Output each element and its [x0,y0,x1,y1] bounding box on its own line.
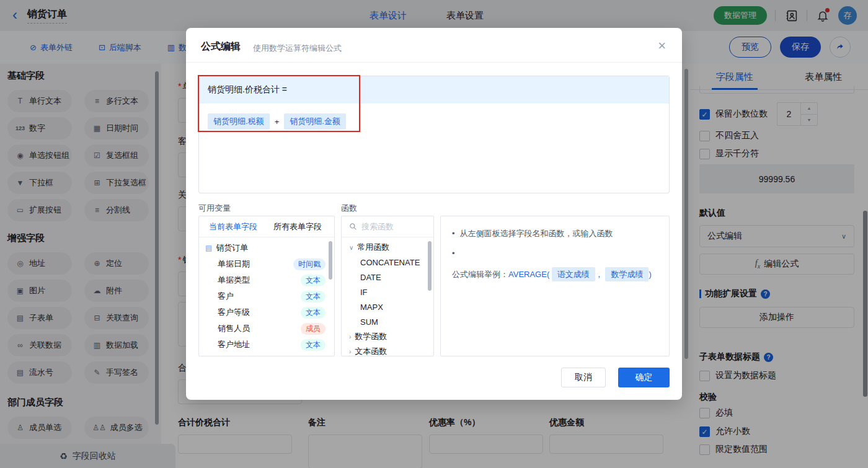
variables-scrollbar[interactable] [329,241,332,280]
modal-title: 公式编辑 [201,40,241,53]
chevron-down-icon: ∨ [349,244,353,251]
variables-label: 可用变量 [198,203,231,214]
function-item[interactable]: IF [342,285,433,299]
modal-divider [186,62,682,63]
formula-field-token[interactable]: 销货明细.税额 [208,113,270,130]
formula-expression: 销货明细.税额 + 销货明细.金额 [208,113,346,130]
tab-current-form-fields[interactable]: 当前表单字段 [209,221,257,232]
formula-editor[interactable]: 销货明细.价税合计 = 销货明细.税额 + 销货明细.金额 [198,76,670,193]
variable-row[interactable]: 单据日期时间戳 [199,256,334,272]
variable-row[interactable]: 客户地址文本 [199,337,334,353]
help-bullet-1: • 从左侧面板选择字段名和函数，或输入函数 [452,226,658,242]
function-item[interactable]: DATE [342,270,433,285]
type-badge: 文本 [301,307,326,319]
modal-footer: 取消 确定 [561,368,670,387]
function-item[interactable]: CONCATENATE [342,255,433,270]
variable-row[interactable]: 客户等级文本 [199,304,334,320]
functions-scrollbar[interactable] [428,241,432,291]
function-item[interactable]: MAPX [342,299,433,314]
function-group-math[interactable]: ›数学函数 [342,329,433,344]
formula-edit-modal: 公式编辑 使用数学运算符编辑公式 × 销货明细.价税合计 = 销货明细.税额 +… [186,28,682,400]
variable-tabs: 当前表单字段 所有表单字段 [199,216,334,237]
modal-subtitle: 使用数学运算符编辑公式 [253,43,342,54]
function-item[interactable]: SUM [342,314,433,329]
example-field-chip: 数学成绩 [605,267,649,281]
variables-panel: 当前表单字段 所有表单字段 ▤ 销货订单 单据日期时间戳 单据类型文本 客户文本… [198,216,335,356]
functions-panel: ∨常用函数 CONCATENATE DATE IF MAPX SUM ›数学函数… [341,216,434,356]
type-badge: 文本 [301,339,326,351]
cancel-button[interactable]: 取消 [561,368,606,387]
app-window: ‹ 销货订单 表单设计 表单设置 数据管理 存 ⊘表单外链 ⊡后端脚本 ▥数据权 [0,0,868,468]
function-group-common[interactable]: ∨常用函数 [342,240,433,255]
search-function-input[interactable] [361,222,423,231]
type-badge: 时间戳 [293,258,326,270]
type-badge: 成员 [301,323,326,335]
function-search [342,216,433,237]
example-field-chip: 语文成绩 [552,267,595,281]
variable-row[interactable]: 销售人员成员 [199,320,334,337]
chevron-right-icon: › [349,348,351,355]
example-function-close: ) [649,270,651,279]
type-badge: 文本 [301,291,326,302]
close-icon[interactable]: × [658,38,666,54]
variable-row[interactable]: 单据类型文本 [199,272,334,288]
example-function-open: AVERAGE( [508,270,549,279]
help-bullet-2: • 公式编辑举例：AVERAGE( 语文成绩， 数学成绩) [452,245,658,283]
tab-all-form-fields[interactable]: 所有表单字段 [273,221,322,232]
search-icon [349,223,357,231]
variable-tree-root[interactable]: ▤ 销货订单 [199,240,334,256]
formula-field-token[interactable]: 销货明细.金额 [284,113,346,130]
formula-target: 销货明细.价税合计 = [199,76,669,104]
help-panel: • 从左侧面板选择字段名和函数，或输入函数 • 公式编辑举例：AVERAGE( … [440,216,670,356]
functions-label: 函数 [341,203,357,214]
chevron-right-icon: › [349,333,351,340]
confirm-button[interactable]: 确定 [618,368,670,387]
type-badge: 文本 [301,275,326,286]
variable-row[interactable]: 客户文本 [199,288,334,304]
formula-operator[interactable]: + [275,117,280,126]
function-group-text[interactable]: ›文本函数 [342,344,433,356]
form-doc-icon: ▤ [205,244,212,252]
